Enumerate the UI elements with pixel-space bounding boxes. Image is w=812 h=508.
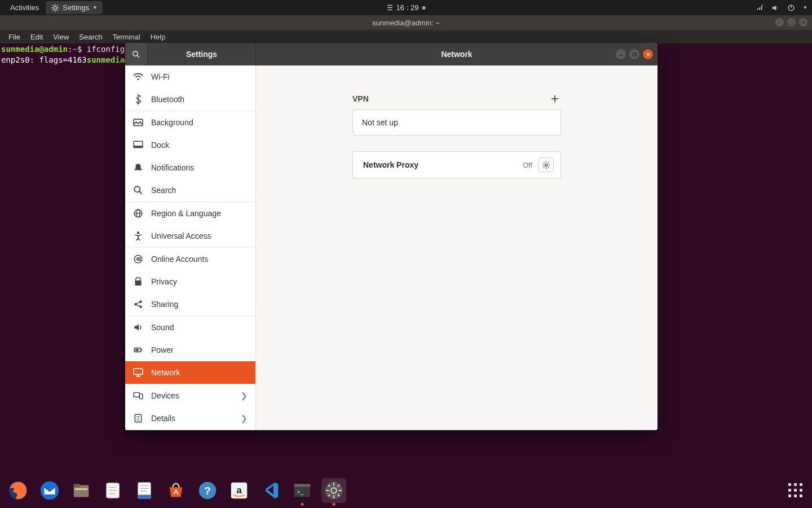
gear-icon	[542, 161, 550, 169]
svg-point-0	[54, 6, 57, 10]
devices-icon	[133, 391, 143, 401]
sidebar-item-label: Background	[151, 118, 193, 127]
svg-line-55	[548, 167, 549, 168]
terminal-menu-file[interactable]: File	[5, 32, 24, 42]
sidebar-item-sharing[interactable]: Sharing	[125, 293, 255, 316]
svg-rect-36	[141, 349, 142, 351]
sidebar-item-privacy[interactable]: Privacy	[125, 270, 255, 293]
network-proxy-row[interactable]: Network Proxy Off	[352, 151, 561, 178]
privacy-icon	[133, 277, 143, 287]
dock-app-settings[interactable]	[321, 478, 346, 503]
svg-line-13	[137, 55, 139, 58]
svg-line-7	[52, 10, 54, 11]
terminal-titlebar[interactable]: sunmedia@admin: ~ – ▢ ✕	[0, 15, 812, 30]
clock-text: 16 : 29	[396, 3, 419, 12]
gnome-top-panel: Activities Settings ▼ ☰ 16 : 29 ? ▼	[0, 0, 812, 15]
dock-app-amazon[interactable]: a	[227, 478, 251, 503]
dock-app-notes[interactable]	[100, 478, 125, 503]
svg-rect-21	[134, 146, 143, 147]
sidebar-item-online-accounts[interactable]: Online Accounts	[125, 248, 255, 270]
settings-icon	[323, 480, 345, 501]
svg-point-12	[133, 51, 138, 55]
sidebar-item-bluetooth[interactable]: Bluetooth	[125, 88, 255, 111]
svg-rect-15	[633, 52, 636, 55]
app-menu-button[interactable]: Settings ▼	[46, 1, 103, 14]
sidebar-item-wi-fi[interactable]: Wi-Fi	[125, 65, 255, 88]
terminal-menu-search[interactable]: Search	[75, 32, 106, 42]
sidebar-item-sound[interactable]: Sound	[125, 316, 255, 339]
files-icon	[70, 480, 92, 501]
terminal-maximize-button[interactable]: ▢	[787, 18, 796, 27]
svg-line-33	[136, 302, 140, 303]
wifi-icon	[133, 72, 143, 82]
terminal-menu-edit[interactable]: Edit	[27, 32, 47, 42]
dock-app-thunderbird[interactable]	[37, 478, 62, 503]
svg-line-34	[136, 305, 140, 306]
sidebar-item-details[interactable]: Details❯	[125, 407, 255, 430]
activities-button[interactable]: Activities	[5, 1, 45, 14]
access-icon	[133, 231, 143, 241]
power-indicator-icon[interactable]	[787, 4, 795, 12]
clock[interactable]: ☰ 16 : 29	[387, 3, 426, 12]
terminal-menu-view[interactable]: View	[49, 32, 73, 42]
terminal-minimize-button[interactable]: –	[775, 18, 784, 27]
svg-text:?: ?	[204, 485, 211, 497]
svg-text:A: A	[173, 488, 179, 496]
region-icon	[133, 208, 143, 218]
bluetooth-icon	[133, 94, 143, 104]
show-applications-button[interactable]	[788, 483, 803, 498]
svg-line-54	[543, 162, 544, 163]
settings-minimize-button[interactable]	[616, 49, 626, 59]
network-indicator-icon[interactable]: ?	[756, 4, 764, 12]
dock-icon	[133, 140, 143, 150]
sidebar-item-background[interactable]: Background	[125, 111, 255, 134]
dock-app-firefox[interactable]	[6, 478, 30, 503]
terminal-menu-terminal[interactable]: Terminal	[109, 32, 144, 42]
settings-titlebar[interactable]: Settings Network	[125, 43, 657, 65]
vpn-add-button[interactable]	[549, 93, 561, 105]
sidebar-item-label: Sound	[151, 323, 174, 332]
svg-line-57	[548, 162, 549, 163]
dock-app-writer[interactable]	[132, 478, 157, 503]
dock-app-software[interactable]: A	[164, 478, 188, 503]
sidebar-item-power[interactable]: Power	[125, 339, 255, 361]
svg-rect-41	[134, 392, 139, 397]
settings-sidebar: Wi-FiBluetoothBackgroundDockNotification…	[125, 65, 256, 430]
sidebar-item-notifications[interactable]: Notifications	[125, 156, 255, 179]
app-menu-label: Settings	[63, 3, 89, 12]
volume-indicator-icon[interactable]	[771, 4, 779, 12]
svg-point-22	[134, 186, 140, 192]
svg-text:>_: >_	[297, 489, 304, 495]
network-proxy-label: Network Proxy	[363, 160, 418, 169]
terminal-menu-help[interactable]: Help	[147, 32, 170, 42]
sidebar-item-label: Power	[151, 345, 174, 354]
sidebar-item-network[interactable]: Network	[125, 361, 255, 384]
vpn-status-card[interactable]: Not set up	[352, 110, 561, 135]
svg-text:a: a	[236, 485, 242, 496]
background-icon	[133, 117, 143, 128]
help-icon: ?	[197, 480, 218, 501]
dock-app-help[interactable]: ?	[195, 478, 220, 503]
svg-rect-61	[74, 484, 80, 488]
amazon-icon: a	[228, 480, 250, 501]
sidebar-item-dock[interactable]: Dock	[125, 134, 255, 156]
settings-maximize-button[interactable]	[629, 49, 639, 59]
dock-app-vscode[interactable]	[258, 478, 283, 503]
terminal-close-button[interactable]: ✕	[799, 18, 807, 27]
sidebar-item-label: Search	[151, 186, 176, 195]
sidebar-item-devices[interactable]: Devices❯	[125, 384, 255, 407]
sidebar-item-search[interactable]: Search	[125, 179, 255, 202]
svg-rect-37	[135, 349, 139, 351]
network-proxy-settings-button[interactable]	[538, 157, 554, 172]
dock-app-terminal[interactable]: >_	[290, 478, 315, 503]
settings-search-button[interactable]	[125, 43, 148, 65]
svg-line-8	[57, 5, 58, 6]
settings-window: Settings Network Wi-FiBluetoothBackgroun…	[125, 43, 657, 430]
system-menu-chevron-icon[interactable]: ▼	[803, 5, 807, 10]
sidebar-item-region-language[interactable]: Region & Language	[125, 202, 255, 225]
dock-app-files[interactable]	[69, 478, 94, 503]
sharing-icon	[133, 299, 143, 309]
svg-line-6	[57, 10, 58, 11]
settings-close-button[interactable]	[643, 49, 653, 59]
sidebar-item-universal-access[interactable]: Universal Access	[125, 225, 255, 247]
